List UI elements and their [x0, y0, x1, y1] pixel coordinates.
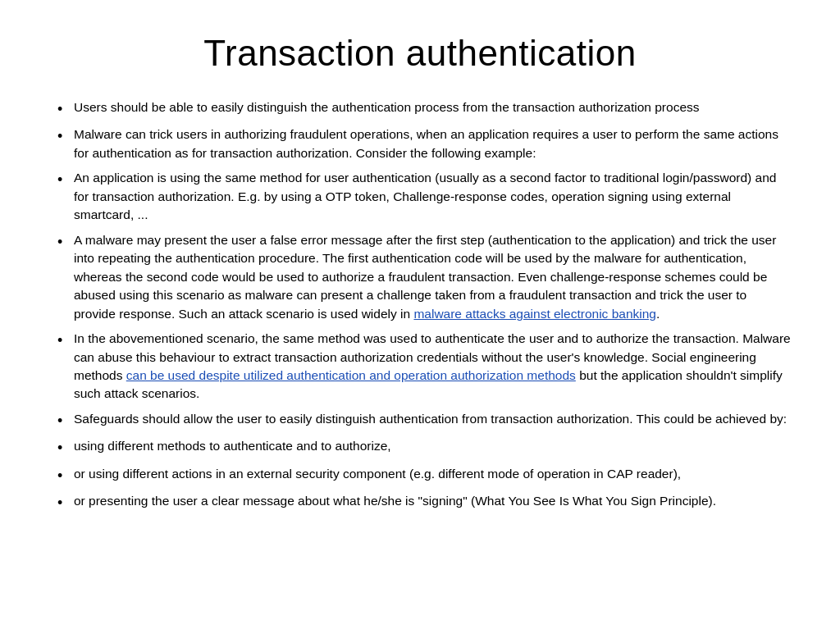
bullet-text: In the abovementioned scenario, the same…: [74, 330, 791, 403]
bullet-marker: •: [57, 467, 74, 485]
list-item: • A malware may present the user a false…: [57, 231, 791, 323]
bullet-marker: •: [57, 412, 74, 431]
list-item: • In the abovementioned scenario, the sa…: [57, 330, 791, 403]
list-item: • or presenting the user a clear message…: [57, 492, 791, 513]
bullet-text: or using different actions in an externa…: [74, 465, 791, 483]
slide: Transaction authentication • Users shoul…: [0, 0, 840, 629]
list-item: • Safeguards should allow the user to ea…: [57, 410, 791, 431]
bullet-text: Safeguards should allow the user to easi…: [74, 410, 791, 428]
slide-title: Transaction authentication: [49, 33, 791, 74]
list-item: • Malware can trick users in authorizing…: [57, 125, 791, 162]
bullet-marker: •: [57, 494, 74, 513]
social-engineering-link[interactable]: can be used despite utilized authenticat…: [126, 368, 576, 382]
malware-attacks-link[interactable]: malware attacks against electronic banki…: [413, 307, 656, 321]
bullet-text: Users should be able to easily distingui…: [74, 98, 791, 116]
bullet-marker: •: [57, 233, 74, 252]
list-item: • using different methods to authenticat…: [57, 437, 791, 458]
bullet-text: An application is using the same method …: [74, 169, 791, 224]
list-item: • Users should be able to easily disting…: [57, 98, 791, 119]
bullet-marker: •: [57, 439, 74, 458]
bullet-list: • Users should be able to easily disting…: [57, 98, 791, 513]
bullet-text: Malware can trick users in authorizing f…: [74, 125, 791, 162]
bullet-marker: •: [57, 100, 74, 119]
slide-content: • Users should be able to easily disting…: [49, 98, 791, 596]
list-item: • An application is using the same metho…: [57, 169, 791, 224]
bullet-marker: •: [57, 171, 74, 189]
bullet-marker: •: [57, 331, 74, 350]
bullet-text: or presenting the user a clear message a…: [74, 492, 791, 510]
bullet-marker: •: [57, 127, 74, 146]
bullet-text: A malware may present the user a false e…: [74, 231, 791, 323]
list-item: • or using different actions in an exter…: [57, 465, 791, 485]
bullet-text: using different methods to authenticate …: [74, 437, 791, 455]
